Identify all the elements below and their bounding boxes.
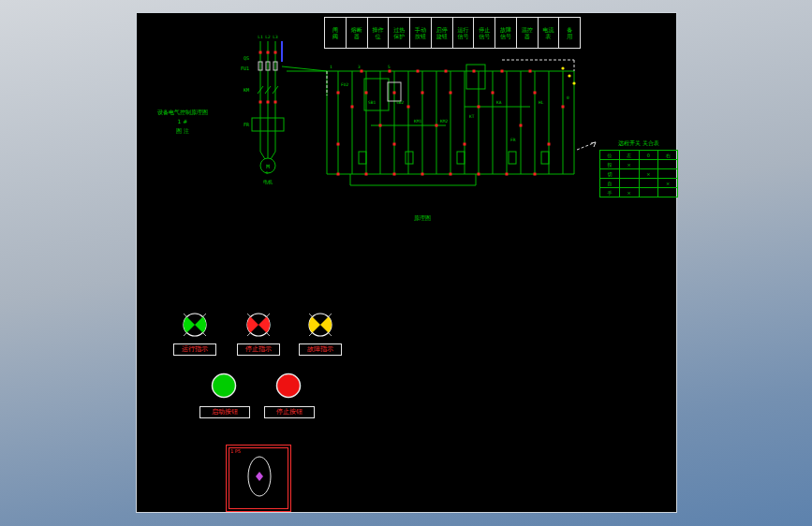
phase-label: L3: [273, 35, 278, 39]
table-header-cell: 左: [619, 151, 639, 160]
table-row: 自 ×: [600, 179, 678, 188]
legend-cell: 手动按钮: [410, 18, 432, 48]
component-label-fr: FR: [244, 122, 250, 127]
table-header-cell: 位: [600, 151, 620, 160]
motor-letter: M: [266, 163, 270, 169]
table-cell: ×: [639, 169, 658, 179]
legend-text: 表: [545, 33, 551, 39]
coil-symbol: [457, 152, 465, 164]
legend-text: 旋钮: [436, 33, 448, 39]
relay-block-box: [364, 79, 389, 110]
legend-text: 信号: [457, 33, 468, 39]
start-button-label: 启动按钮: [199, 406, 250, 418]
indicator-label-run: 运行指示: [173, 343, 216, 356]
legend-text: 器: [524, 33, 530, 39]
table-cell: [639, 188, 658, 197]
legend-cell: 启停旋钮: [432, 18, 453, 48]
indicator-light-run: [181, 311, 209, 339]
note-line: 1 #: [140, 117, 226, 126]
motor-phase-mark: 3~: [266, 170, 271, 175]
start-button[interactable]: [210, 372, 238, 400]
diagram-caption: 原理图: [414, 214, 431, 222]
component-label: FU2: [341, 82, 348, 87]
legend-cell: 电流表: [539, 18, 560, 48]
legend-text: 器: [354, 33, 360, 39]
legend-text: 操作: [372, 26, 383, 33]
legend-strip: 闸阀 熔断器 操作位 过热保护 手动按钮 启停旋钮 运行信号 停止信号 故障信号…: [324, 17, 581, 49]
power-circuit: [252, 41, 327, 173]
legend-cell: 熔断器: [347, 18, 368, 48]
legend-text: 过热: [393, 26, 405, 33]
table-cell: [658, 160, 678, 169]
coil-symbol: [406, 152, 413, 164]
table-cell: [639, 179, 658, 188]
selector-table-title: 远程开关 关合表: [599, 139, 678, 148]
schematic-drawing: L1 L2 L3 QS FU1 KM FR M 3~ 电机: [137, 13, 678, 514]
table-cell: [658, 169, 678, 179]
phase-label: L1: [258, 35, 263, 39]
legend-cell: 运行信号: [453, 18, 475, 48]
phase-label: L2: [265, 35, 271, 39]
table-row: 切 ×: [600, 169, 678, 179]
start-button-cap[interactable]: [213, 374, 236, 398]
legend-text: 用: [567, 33, 572, 39]
control-dashed-links: [327, 60, 596, 150]
meter-pointer: [256, 472, 263, 481]
table-row: 手 ×: [600, 188, 678, 197]
component-label: FR: [510, 138, 516, 142]
selector-table: 位 左 0 右 投 × 切 × 自 ×: [599, 150, 678, 197]
table-cell: [619, 169, 639, 179]
meter-box: 1 P5: [226, 445, 291, 512]
component-label: KM1: [414, 119, 421, 124]
selector-switch-table: 远程开关 关合表 位 左 0 右 投 × 切 × 自: [599, 139, 678, 197]
component-label: KM2: [440, 119, 448, 124]
legend-text: 停止: [479, 26, 490, 33]
indicator-light-fault: [306, 311, 334, 339]
component-label: SB1: [368, 100, 376, 105]
component-label-fu: FU1: [241, 66, 249, 71]
component-label: HL: [539, 100, 544, 105]
note-line: 图 注: [140, 126, 226, 136]
meter-dial: [244, 453, 274, 500]
legend-text: 闸: [332, 26, 338, 33]
power-labels: L1 L2 L3 QS FU1 KM FR M 3~ 电机: [241, 35, 278, 184]
component-label: 0: [567, 95, 569, 100]
table-cell: 手: [600, 188, 620, 197]
legend-cell: 过热保护: [389, 18, 410, 48]
coil-symbol: [509, 152, 516, 164]
table-cell: [619, 179, 639, 188]
indicator-label-stop: 停止指示: [237, 343, 280, 356]
table-cell: ×: [619, 188, 639, 197]
legend-cell: 闸阀: [325, 18, 347, 48]
motor-caption: 电机: [263, 179, 273, 184]
component-label-km: KM: [244, 87, 249, 93]
note-line: 设备电气控制原理图: [140, 108, 226, 117]
legend-cell: 温控器: [517, 18, 539, 48]
stop-button-cap[interactable]: [277, 374, 301, 398]
legend-text: 信号: [479, 33, 490, 39]
component-label: KT: [469, 114, 475, 119]
table-header-cell: 0: [639, 151, 658, 160]
table-cell: 自: [600, 179, 620, 188]
legend-text: 备: [567, 26, 572, 33]
component-label: SB2: [396, 100, 404, 105]
stop-button[interactable]: [274, 372, 303, 400]
legend-text: 熔断: [351, 26, 362, 33]
table-header-cell: 右: [658, 151, 678, 160]
table-cell: [639, 160, 658, 169]
signal-dots: [561, 66, 575, 84]
indicator-light-stop: [244, 311, 273, 339]
legend-text: 阀: [332, 33, 338, 39]
legend-cell: 备用: [559, 18, 580, 48]
table-cell: 切: [600, 169, 620, 179]
legend-text: 温控: [522, 26, 533, 33]
timer-block-box: [466, 65, 485, 89]
legend-text: 手动: [415, 26, 426, 33]
table-cell: 投: [600, 160, 620, 169]
legend-text: 位: [375, 33, 380, 39]
table-cell: ×: [658, 179, 678, 188]
legend-cell: 故障信号: [495, 18, 517, 48]
legend-cell: 操作位: [368, 18, 390, 48]
cad-canvas[interactable]: L1 L2 L3 QS FU1 KM FR M 3~ 电机: [136, 12, 677, 513]
drawing-note: 设备电气控制原理图 1 # 图 注: [140, 108, 226, 136]
